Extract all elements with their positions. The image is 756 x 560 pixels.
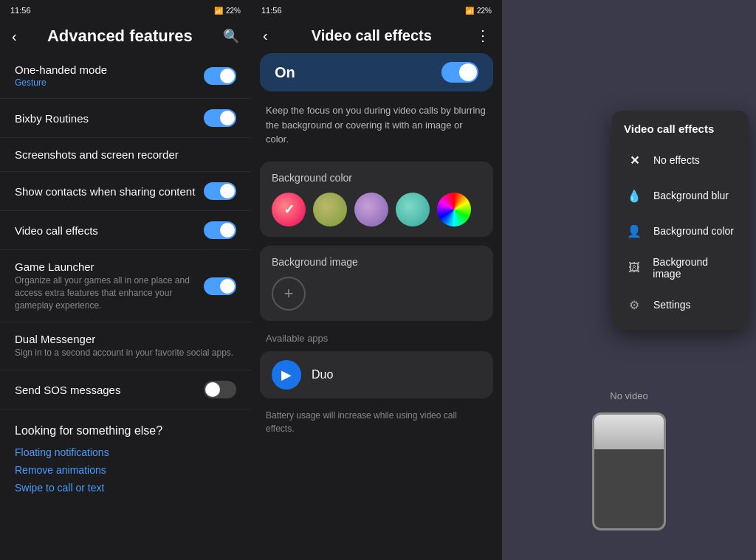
more-button-mid[interactable]: ⋮	[475, 27, 490, 44]
right-panel: Video call effects ✕ No effects 💧 Backgr…	[502, 0, 756, 560]
page-title-mid: Video call effects	[312, 27, 432, 44]
page-title-left: Advanced features	[47, 27, 193, 46]
setting-title-video-call: Video call effects	[15, 224, 204, 237]
popup-label-background-color: Background color	[653, 225, 734, 237]
settings-icon: ⚙	[624, 294, 645, 315]
description-text: Keep the focus on you during video calls…	[251, 96, 502, 157]
setting-title-screenshots: Screenshots and screen recorder	[15, 148, 236, 161]
back-button-left[interactable]: ‹	[12, 28, 17, 45]
setting-bixby[interactable]: Bixby Routines	[0, 99, 251, 138]
link-remove-animations[interactable]: Remove animations	[15, 464, 236, 476]
setting-video-call[interactable]: Video call effects	[0, 211, 251, 250]
bg-color-title: Background color	[272, 172, 481, 184]
link-floating-notifications[interactable]: Floating notifications	[15, 446, 236, 458]
status-icons-mid: 📶 22%	[465, 7, 492, 15]
time-left: 11:56	[10, 6, 31, 15]
setting-sos[interactable]: Send SOS messages	[0, 370, 251, 409]
setting-title-game-launcher: Game Launcher	[15, 260, 204, 273]
setting-dual-messenger[interactable]: Dual Messenger Sign in to a second accou…	[0, 322, 251, 370]
popup-item-settings[interactable]: ⚙ Settings	[612, 287, 749, 322]
background-color-icon: 👤	[624, 221, 645, 241]
battery-left: 22%	[226, 7, 241, 15]
color-circle-multi[interactable]	[437, 193, 471, 227]
wifi-icon: 📶	[214, 7, 223, 15]
battery-warning: Battery usage will increase while using …	[251, 401, 502, 443]
setting-desc-dual-messenger: Sign in to a second account in your favo…	[15, 347, 236, 359]
settings-list: One-handed mode Gesture Bixby Routines S…	[0, 53, 251, 560]
popup-item-background-color[interactable]: 👤 Background color	[612, 213, 749, 249]
setting-title-sos: Send SOS messages	[15, 384, 204, 396]
popup-label-settings: Settings	[653, 299, 691, 311]
no-effects-icon: ✕	[624, 150, 645, 170]
time-mid: 11:56	[261, 6, 282, 15]
phone-bottom	[592, 449, 666, 530]
color-circles	[272, 193, 481, 227]
nav-bar-mid: ‹ Video call effects ⋮	[251, 21, 502, 49]
advanced-features-panel: 11:56 📶 22% ‹ Advanced features 🔍 One-ha…	[0, 0, 251, 560]
links-section: Looking for something else? Floating not…	[0, 409, 251, 514]
popup-title: Video call effects	[612, 118, 749, 142]
popup-label-no-effects: No effects	[653, 154, 700, 166]
status-bar-mid: 11:56 📶 22%	[251, 0, 502, 21]
background-image-card: Background image +	[260, 246, 493, 321]
on-toggle-row[interactable]: On	[260, 53, 493, 91]
color-circle-green[interactable]	[313, 193, 347, 227]
add-bg-image-button[interactable]: +	[272, 277, 306, 311]
toggle-sos[interactable]	[204, 381, 236, 398]
on-label: On	[275, 64, 295, 81]
color-circle-pink[interactable]	[272, 193, 306, 227]
battery-mid: 22%	[477, 7, 492, 15]
video-effects-popup: Video call effects ✕ No effects 💧 Backgr…	[612, 111, 749, 330]
setting-title-one-handed: One-handed mode	[15, 63, 204, 76]
background-image-icon: 🖼	[624, 257, 644, 278]
popup-label-background-blur: Background blur	[653, 190, 729, 201]
available-apps-label: Available apps	[251, 325, 502, 348]
color-circle-purple[interactable]	[354, 193, 388, 227]
popup-item-background-image[interactable]: 🖼 Background image	[612, 249, 749, 287]
wifi-icon-mid: 📶	[465, 7, 474, 15]
status-bar-left: 11:56 📶 22%	[0, 0, 251, 21]
duo-icon: ▶	[272, 360, 301, 390]
phone-top	[592, 412, 666, 449]
toggle-video-call[interactable]	[204, 221, 236, 239]
setting-title-bixby: Bixby Routines	[15, 112, 204, 125]
popup-item-no-effects[interactable]: ✕ No effects	[612, 142, 749, 178]
video-effects-main-toggle[interactable]	[441, 62, 478, 83]
toggle-show-contacts[interactable]	[204, 182, 236, 200]
duo-app-row[interactable]: ▶ Duo	[260, 351, 493, 398]
setting-screenshots[interactable]: Screenshots and screen recorder	[0, 138, 251, 172]
popup-item-background-blur[interactable]: 💧 Background blur	[612, 178, 749, 213]
back-button-mid[interactable]: ‹	[263, 27, 268, 44]
setting-subtitle-one-handed: Gesture	[15, 77, 204, 88]
background-blur-icon: 💧	[624, 185, 645, 206]
background-color-card: Background color	[260, 162, 493, 237]
video-call-effects-panel: 11:56 📶 22% ‹ Video call effects ⋮ On Ke…	[251, 0, 502, 560]
setting-one-handed[interactable]: One-handed mode Gesture	[0, 53, 251, 99]
toggle-one-handed[interactable]	[204, 67, 236, 85]
bg-image-title: Background image	[272, 256, 481, 268]
popup-label-background-image: Background image	[653, 256, 737, 280]
setting-desc-game-launcher: Organize all your games all in one place…	[15, 274, 204, 311]
setting-show-contacts[interactable]: Show contacts when sharing content	[0, 172, 251, 211]
setting-title-dual-messenger: Dual Messenger	[15, 333, 236, 345]
phone-mockup	[592, 412, 666, 530]
link-swipe-to-call[interactable]: Swipe to call or text	[15, 482, 236, 494]
links-title: Looking for something else?	[15, 424, 236, 438]
search-button-left[interactable]: 🔍	[223, 28, 239, 44]
nav-bar-left: ‹ Advanced features 🔍	[0, 21, 251, 53]
toggle-bixby[interactable]	[204, 109, 236, 127]
color-circle-teal[interactable]	[396, 193, 430, 227]
duo-app-name: Duo	[312, 368, 333, 381]
no-video-label: No video	[610, 390, 647, 401]
setting-game-launcher[interactable]: Game Launcher Organize all your games al…	[0, 250, 251, 322]
setting-title-show-contacts: Show contacts when sharing content	[15, 185, 204, 198]
status-icons-left: 📶 22%	[214, 7, 241, 15]
toggle-game-launcher[interactable]	[204, 277, 236, 295]
